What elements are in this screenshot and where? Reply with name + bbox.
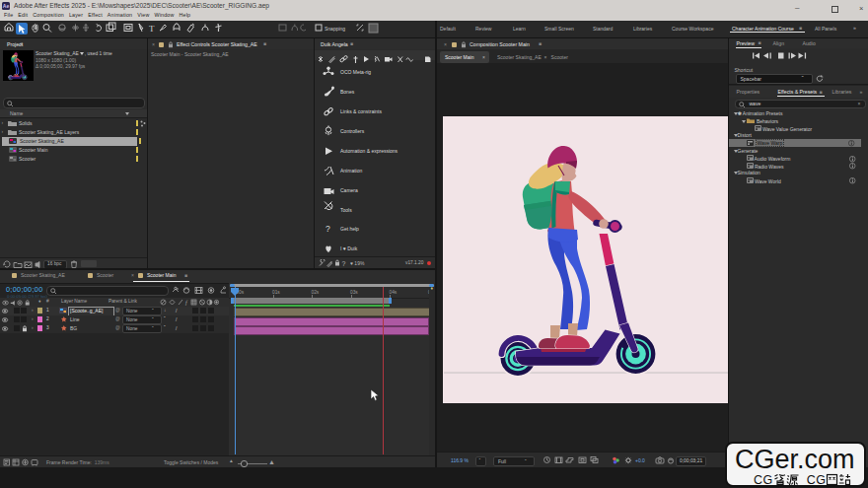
svg-text:Automation & expressions: Automation & expressions: [340, 148, 398, 154]
svg-text:Controllers: Controllers: [340, 128, 365, 134]
svg-text:T: T: [149, 24, 155, 34]
svg-text:?: ?: [342, 260, 346, 267]
svg-text:I ♥ Duik: I ♥ Duik: [340, 245, 358, 251]
svg-text:Tools: Tools: [340, 207, 352, 213]
svg-text:Bones: Bones: [340, 89, 355, 95]
svg-text:Links & constraints: Links & constraints: [340, 108, 382, 114]
svg-text:Animation: Animation: [340, 168, 362, 174]
svg-text:?: ?: [326, 224, 330, 234]
svg-text:OCO Meta-rig: OCO Meta-rig: [340, 69, 371, 75]
svg-text:f: f: [185, 300, 188, 306]
svg-text:Camera: Camera: [340, 187, 358, 193]
svg-text:Get help: Get help: [340, 226, 359, 232]
